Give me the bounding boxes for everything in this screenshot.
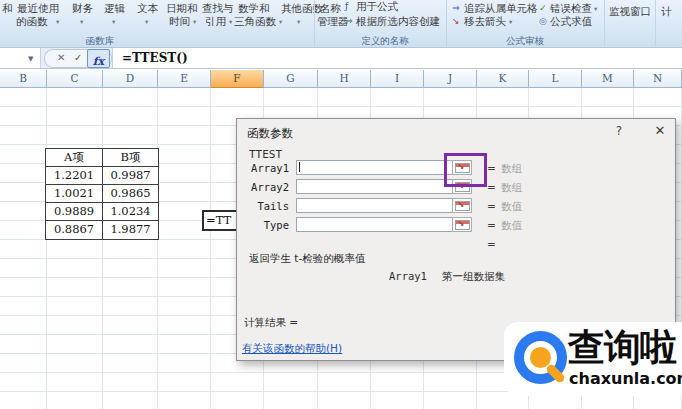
field-label-tails: Tails xyxy=(237,200,289,212)
field-hint-array1: 数组 xyxy=(501,162,522,176)
enter-icon[interactable]: ✓ xyxy=(74,52,82,63)
ribbon-button-recent-functions[interactable]: 最近使用 xyxy=(17,3,59,14)
table-cell[interactable]: 0.9889 xyxy=(46,203,103,221)
ribbon-button-lookup-reference[interactable]: 查找与 xyxy=(202,3,234,14)
name-box[interactable]: ▼ xyxy=(0,48,41,68)
insert-function-button[interactable]: fx xyxy=(87,49,110,68)
range-selector-button-type[interactable] xyxy=(452,217,472,232)
ribbon-button-remove-arrows[interactable]: 移去箭头 xyxy=(464,16,506,27)
range-selector-button-tails[interactable] xyxy=(452,198,472,213)
table-cell[interactable]: 1.2201 xyxy=(46,167,103,185)
help-icon[interactable]: ? xyxy=(611,124,627,138)
function-description: 返回学生 t-检验的概率值 xyxy=(249,252,365,266)
ribbon-button-financial[interactable]: 财务 xyxy=(72,3,93,14)
ribbon-group-divider xyxy=(655,0,656,46)
table-header-a[interactable]: A项 xyxy=(46,149,103,167)
chevron-down-icon: ▾ xyxy=(297,18,300,26)
ribbon-button-error-checking[interactable]: 错误检查 xyxy=(550,3,592,14)
array1-input[interactable] xyxy=(296,160,453,175)
column-header-M[interactable]: M xyxy=(582,70,634,88)
field-label-array2: Array2 xyxy=(237,181,289,193)
remove-arrows-icon: ↘ xyxy=(452,16,460,26)
ribbon-button-name-manager[interactable]: 名称 xyxy=(320,3,341,14)
annotation-highlight xyxy=(444,153,487,187)
table-cell[interactable]: 0.8867 xyxy=(46,221,103,239)
table-cell[interactable]: 0.9987 xyxy=(103,167,158,185)
ribbon-button-autosum[interactable]: 和 xyxy=(2,3,13,14)
table-cell[interactable]: 1.9877 xyxy=(103,221,158,239)
chevron-down-icon: ▾ xyxy=(279,18,282,26)
ribbon-group-formula-auditing: 公式审核 xyxy=(455,35,595,48)
collapse-dialog-icon xyxy=(455,201,470,211)
ribbon-button-math-trig[interactable]: 数学和 xyxy=(238,3,270,14)
table-header-b[interactable]: B项 xyxy=(103,149,158,167)
field-hint-tails: 数值 xyxy=(501,200,522,214)
ribbon-button-trace-dependents[interactable]: 追踪从属单元格 xyxy=(464,3,538,14)
column-header-E[interactable]: E xyxy=(158,70,211,88)
column-header-G[interactable]: G xyxy=(264,70,318,88)
table-cell[interactable]: 1.0021 xyxy=(46,185,103,203)
ribbon-button-create-from-selection[interactable]: 根据所选内容创建 xyxy=(356,16,440,27)
name-box-dropdown-icon[interactable]: ▼ xyxy=(28,55,33,63)
use-in-formula-icon: ƒ xyxy=(345,1,348,11)
column-header-N[interactable]: N xyxy=(634,70,682,88)
ribbon-button-name-manager-line2[interactable]: 管理器 xyxy=(317,16,349,27)
ribbon-button-use-in-formula[interactable]: 用于公式 xyxy=(356,1,398,12)
table-cell[interactable]: 0.9865 xyxy=(103,185,158,203)
watermark-domain: chaxunla.com xyxy=(569,369,682,388)
chevron-down-icon: ▾ xyxy=(594,5,597,13)
column-header-K[interactable]: K xyxy=(477,70,529,88)
ribbon-button-evaluate-formula[interactable]: 公式求值 xyxy=(550,16,592,27)
type-input[interactable] xyxy=(296,217,453,232)
chevron-down-icon: ▾ xyxy=(509,18,512,26)
chevron-down-icon: ▾ xyxy=(80,18,83,26)
watermark-brand: 查询啦 xyxy=(568,323,676,373)
ribbon-button-calculation[interactable]: 计 xyxy=(661,6,672,17)
chevron-down-icon: ▾ xyxy=(193,18,196,26)
field-hint-type: 数值 xyxy=(501,219,522,233)
equals-sign: = xyxy=(487,200,496,212)
array2-input[interactable] xyxy=(296,179,453,194)
dialog-title: 函数参数 xyxy=(247,126,293,141)
collapse-dialog-icon xyxy=(455,220,470,230)
ribbon-group-divider xyxy=(446,0,447,46)
evaluate-formula-icon: ◎ xyxy=(539,16,547,26)
ribbon-button-lookup-reference-line2[interactable]: 引用 xyxy=(205,16,226,27)
create-from-selection-icon: ⇒ xyxy=(345,16,353,26)
formula-result-label: 计算结果 = xyxy=(244,316,298,330)
watermark: 查询啦 chaxunla.com xyxy=(504,322,682,396)
column-header-C[interactable]: C xyxy=(47,70,103,88)
ribbon-button-math-trig-line2[interactable]: 三角函数 xyxy=(234,16,276,27)
text-cursor xyxy=(299,162,300,172)
tails-input[interactable] xyxy=(296,198,453,213)
ribbon-group-divider xyxy=(604,0,605,46)
formula-text: =TTEST() xyxy=(122,51,188,65)
param-name: Array1 xyxy=(389,270,427,282)
ribbon-button-more-functions[interactable]: 其他函数 xyxy=(281,3,323,14)
close-icon[interactable]: ✕ xyxy=(651,123,669,138)
trace-dependents-icon: ⇒ xyxy=(452,3,460,13)
formula-input[interactable]: =TTEST() xyxy=(112,48,682,68)
ribbon-button-date-time[interactable]: 日期和 xyxy=(166,3,198,14)
fx-icon: fx xyxy=(93,55,104,68)
column-header-F-selected[interactable]: F xyxy=(211,70,264,88)
column-header-H[interactable]: H xyxy=(318,70,371,88)
column-header-B[interactable]: B xyxy=(0,70,47,88)
field-label-array1: Array1 xyxy=(237,162,289,174)
ribbon-button-text[interactable]: 文本 xyxy=(137,3,158,14)
field-hint-array2: 数组 xyxy=(501,181,522,195)
help-on-function-link[interactable]: 有关该函数的帮助(H) xyxy=(242,342,342,356)
result-equals-sign: = xyxy=(487,238,496,250)
error-checking-icon: ✓ xyxy=(539,3,547,13)
table-cell[interactable]: 1.0234 xyxy=(103,203,158,221)
column-header-I[interactable]: I xyxy=(371,70,424,88)
ribbon-button-watch-window[interactable]: 监视窗口 xyxy=(609,6,651,17)
ribbon-button-date-time-line2[interactable]: 时间 xyxy=(169,16,190,27)
column-header-L[interactable]: L xyxy=(529,70,582,88)
param-description: 第一组数据集 xyxy=(442,270,505,284)
column-header-D[interactable]: D xyxy=(103,70,158,88)
ribbon-button-logical[interactable]: 逻辑 xyxy=(104,3,125,14)
cancel-icon[interactable]: ✕ xyxy=(57,52,65,63)
column-header-J[interactable]: J xyxy=(424,70,477,88)
ribbon-button-recent-functions-line2[interactable]: 的函数 xyxy=(16,16,48,27)
